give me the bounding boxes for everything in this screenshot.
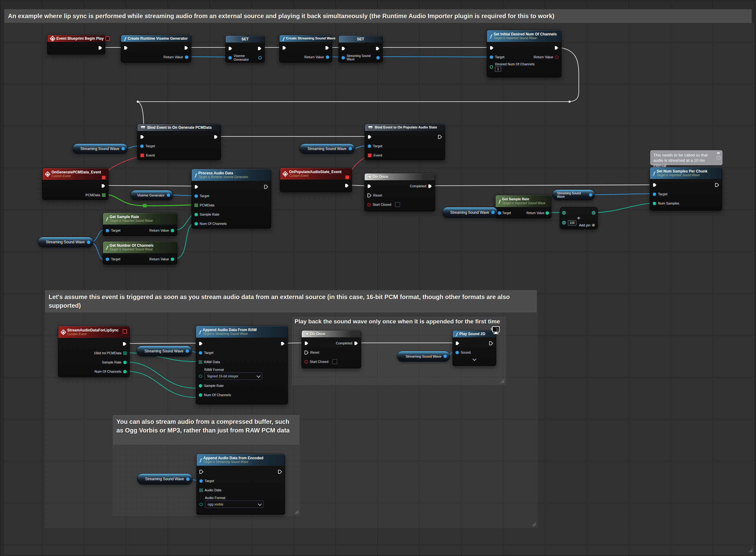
start-closed-pin[interactable]: [367, 203, 371, 206]
exec-out-pin[interactable]: [554, 46, 558, 50]
sample-rate-pin[interactable]: [123, 361, 127, 364]
node-ongenerate-pcmdata-event[interactable]: OnGeneratePCMData_Event Custom Event PCM…: [42, 168, 108, 200]
completed-pin[interactable]: [354, 341, 358, 345]
return-value-pin[interactable]: [171, 229, 174, 232]
node-append-audio-data-from-raw[interactable]: ƒ Append Audio Data From RAW Target is S…: [196, 325, 288, 405]
delegate-pin[interactable]: [105, 36, 110, 41]
completed-pin[interactable]: [428, 184, 432, 188]
exec-in-pin[interactable]: [194, 185, 198, 189]
exec-out-pin[interactable]: [184, 46, 188, 50]
target-pin[interactable]: [106, 257, 109, 261]
exec-out-pin[interactable]: [438, 135, 442, 139]
node-do-once-bottom[interactable]: 1➜ Do Once Completed Reset Start Closed: [301, 330, 361, 369]
target-pin[interactable]: [490, 56, 493, 59]
pill-streaming-sound-wave-8[interactable]: Streaming Sound Wave: [137, 474, 193, 485]
target-pin[interactable]: [498, 211, 501, 215]
output-pin[interactable]: [376, 56, 380, 60]
exec-out-pin[interactable]: [281, 342, 285, 346]
divide-input-a-pin[interactable]: [562, 211, 566, 215]
return-value-pin[interactable]: [546, 211, 549, 215]
target-pin[interactable]: [368, 144, 371, 148]
audio-format-pin[interactable]: [199, 503, 203, 506]
node-stream-audio-data-for-lipsync[interactable]: StreamAudioDataForLipSync Custom Event 1…: [58, 326, 130, 377]
exec-out-pin[interactable]: [278, 470, 282, 474]
exec-in-pin[interactable]: [653, 183, 657, 187]
divide-output-pin[interactable]: [592, 211, 595, 215]
exec-in-pin[interactable]: [140, 135, 144, 139]
pill-streaming-sound-wave-4[interactable]: Streaming Sound Wave: [442, 207, 498, 218]
node-event-begin-play[interactable]: Event Blueprint Begin Play: [47, 35, 105, 55]
node-get-number-of-channels[interactable]: ƒ Get Number Of Channels Target is Impor…: [103, 241, 177, 265]
start-closed-checkbox[interactable]: [332, 359, 337, 364]
input-pin[interactable]: [228, 56, 232, 60]
output-pin[interactable]: [167, 194, 170, 197]
sample-rate-pin[interactable]: [199, 384, 202, 387]
num-channels-pin[interactable]: [194, 222, 198, 225]
output-pin[interactable]: [258, 56, 262, 60]
node-create-streaming-sound-wave[interactable]: ƒ Create Streaming Sound Wave Return Val…: [279, 35, 332, 63]
pcmdata-array-pin[interactable]: [102, 194, 105, 197]
pcm16-array-pin[interactable]: [123, 351, 127, 355]
pill-streaming-sound-wave-5[interactable]: Streaming Sound Wave: [552, 189, 595, 200]
raw-format-pin[interactable]: [199, 375, 202, 378]
exec-in-pin[interactable]: [368, 135, 372, 139]
pill-streaming-sound-wave-3[interactable]: Streaming Sound Wave: [38, 237, 93, 247]
return-value-pin[interactable]: [171, 257, 174, 261]
node-process-audio-data[interactable]: ƒ Process Audio Data Target is Runtime V…: [191, 169, 271, 229]
delegate-pin[interactable]: [102, 176, 106, 180]
output-pin[interactable]: [87, 241, 90, 244]
input-pin[interactable]: [341, 56, 345, 60]
output-pin[interactable]: [349, 147, 352, 150]
node-set-num-samples-per-chunk[interactable]: ƒ Set Num Samples Per Chunk Target is Im…: [650, 167, 722, 211]
pill-streaming-sound-wave-1[interactable]: Streaming Sound Wave: [72, 143, 128, 154]
return-value-pin[interactable]: [326, 56, 329, 59]
num-channels-pin[interactable]: [123, 370, 127, 373]
exec-out-pin[interactable]: [214, 135, 218, 139]
node-set-viseme-generator[interactable]: SET Viseme Generator: [225, 35, 265, 63]
output-pin[interactable]: [186, 478, 190, 481]
pcmdata-array-pin[interactable]: [194, 204, 198, 207]
audio-format-dropdown[interactable]: ogg vorbis: [205, 500, 264, 508]
exec-in-pin[interactable]: [199, 470, 203, 474]
divide-input-b-pin[interactable]: [562, 221, 566, 224]
exec-out-pin[interactable]: [345, 183, 349, 187]
num-channels-pin[interactable]: [199, 393, 202, 397]
exec-in-pin[interactable]: [124, 46, 128, 50]
exec-out-pin[interactable]: [123, 342, 127, 346]
sound-pin[interactable]: [456, 351, 459, 354]
bubble-pin-icon[interactable]: [717, 152, 720, 155]
audio-data-array-pin[interactable]: [199, 489, 203, 492]
raw-format-dropdown[interactable]: Signed 16-bit integer: [204, 373, 262, 380]
node-get-sample-rate-right[interactable]: ƒ Get Sample Rate Target is Imported Sou…: [495, 195, 551, 218]
return-value-pin[interactable]: [555, 56, 558, 59]
target-pin[interactable]: [199, 351, 202, 354]
reroute-dot-left[interactable]: [137, 101, 139, 103]
node-divide[interactable]: ÷ 100 Add pin ⊕: [560, 207, 598, 229]
exec-in-pin[interactable]: [367, 184, 371, 188]
event-pin[interactable]: [368, 153, 372, 158]
node-bind-event-on-generate-pcmdata[interactable]: Bind Event to On Generate PCMData Target…: [137, 124, 221, 160]
node-play-sound-2d[interactable]: ƒ Play Sound 2D Sound: [453, 330, 496, 366]
desired-num-value[interactable]: 1: [495, 67, 501, 72]
exec-out-pin[interactable]: [101, 184, 105, 188]
exec-in-pin[interactable]: [228, 46, 232, 50]
node-set-initial-desired-num-of-channels[interactable]: ƒ Set Initial Desired Num Of Channels Ta…: [487, 30, 562, 77]
reset-pin[interactable]: [304, 351, 308, 354]
target-pin[interactable]: [194, 195, 198, 198]
node-create-runtime-viseme-generator[interactable]: ƒ Create Runtime Viseme Generator Return…: [121, 35, 191, 63]
output-pin[interactable]: [443, 354, 447, 358]
output-pin[interactable]: [491, 211, 495, 214]
reset-pin[interactable]: [367, 194, 371, 198]
exec-in-pin[interactable]: [490, 46, 494, 50]
exec-in-pin[interactable]: [456, 341, 460, 345]
output-pin[interactable]: [589, 193, 592, 197]
expand-chevron-icon[interactable]: [472, 357, 476, 361]
sample-rate-pin[interactable]: [194, 213, 198, 216]
node-set-streaming-sound-wave[interactable]: SET Streaming Sound Wave: [338, 35, 383, 63]
node-comment-bubble[interactable]: This needs to be called so that audio is…: [650, 150, 722, 165]
delegate-pin[interactable]: [345, 175, 349, 179]
raw-data-array-pin[interactable]: [199, 360, 202, 364]
add-pin-button[interactable]: Add pin ⊕: [579, 223, 595, 227]
exec-in-pin[interactable]: [282, 46, 286, 50]
node-get-sample-rate-left[interactable]: ƒ Get Sample Rate Target is Imported Sou…: [103, 213, 177, 236]
